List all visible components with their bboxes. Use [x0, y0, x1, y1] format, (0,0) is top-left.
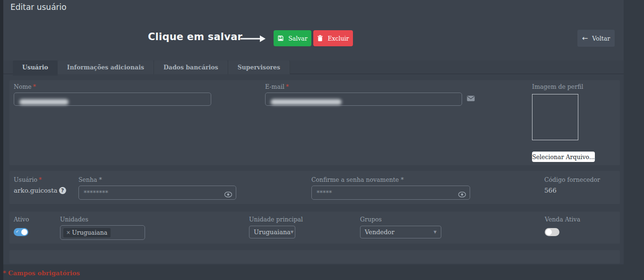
field-nome: Nome*	[14, 83, 211, 106]
tab-usuario[interactable]: Usuário	[13, 60, 58, 76]
usuario-value: arko.guicosta ?	[14, 187, 66, 194]
field-confirma-senha: Confirme a senha novamente *	[311, 176, 470, 200]
form-row-empty	[9, 250, 620, 263]
email-label: E-mail*	[265, 83, 462, 90]
unidades-tag-input[interactable]: × Uruguaiana	[60, 225, 145, 240]
back-arrow-icon: ←	[582, 35, 588, 42]
profile-image-preview	[532, 94, 578, 140]
senha-input[interactable]	[78, 186, 236, 200]
nome-input[interactable]	[14, 93, 211, 106]
usuario-label: Usuário*	[14, 176, 66, 183]
confirma-senha-input[interactable]	[311, 186, 470, 200]
envelope-icon	[467, 95, 475, 102]
required-fields-note: * Campos obrigatórios	[3, 270, 80, 277]
annotation-click-save: Clique em salvar	[148, 31, 242, 42]
tab-content-card: Nome* E-mail*	[3, 74, 624, 264]
email-redacted-value	[271, 99, 342, 105]
remove-tag-icon[interactable]: ×	[66, 229, 70, 236]
senha-label: Senha *	[78, 176, 236, 183]
form-row-settings: Ativo ✓ Unidades × Uruguaiana	[9, 212, 620, 244]
unidade-tag-label: Uruguaiana	[72, 229, 107, 236]
eye-icon[interactable]	[458, 192, 466, 197]
required-asterisk: *	[39, 176, 42, 183]
unidade-tag: × Uruguaiana	[63, 228, 111, 238]
grupos-select[interactable]: Vendedor ▼	[360, 226, 441, 238]
unidade-principal-label: Unidade principal	[249, 216, 303, 223]
nome-redacted-value	[19, 99, 69, 105]
chevron-down-icon: ▼	[434, 230, 437, 234]
venda-ativa-label: Venda Ativa	[545, 216, 580, 223]
delete-button-label: Excluir	[327, 35, 349, 42]
required-asterisk: *	[33, 83, 36, 90]
field-profile-image: Imagem de perfil Selecionar Arquivo...	[532, 83, 608, 162]
save-button[interactable]: Salvar	[274, 30, 311, 46]
ativo-label: Ativo	[14, 216, 29, 223]
help-icon[interactable]: ?	[59, 187, 66, 194]
field-venda-ativa: Venda Ativa	[545, 216, 580, 236]
field-ativo: Ativo ✓	[14, 216, 29, 236]
grupos-value: Vendedor	[365, 229, 395, 236]
field-senha: Senha *	[78, 176, 236, 200]
chevron-down-icon: ▼	[291, 230, 293, 234]
trash-icon	[317, 35, 323, 42]
form-row-identity: Nome* E-mail*	[9, 80, 620, 165]
main-panel: Editar usuário Clique em salvar Salvar	[3, 0, 624, 264]
save-button-label: Salvar	[288, 35, 308, 42]
page-title: Editar usuário	[10, 0, 67, 14]
required-asterisk: *	[286, 83, 289, 90]
unidades-label: Unidades	[60, 216, 145, 223]
field-email: E-mail*	[265, 83, 462, 106]
form-row-credentials: Usuário* arko.guicosta ? Senha *	[9, 171, 620, 204]
toggle-knob	[21, 229, 27, 235]
profile-image-label: Imagem de perfil	[532, 83, 608, 90]
tab-dados-bancarios[interactable]: Dados bancários	[154, 60, 228, 74]
edit-user-screen: Editar usuário Clique em salvar Salvar	[0, 0, 644, 280]
annotation-arrow-icon	[240, 34, 266, 43]
unidade-principal-select[interactable]: Uruguaiana ▼	[249, 226, 295, 238]
eye-icon[interactable]	[224, 192, 232, 197]
check-icon: ✓	[16, 229, 19, 234]
tab-informacoes-adicionais[interactable]: Informações adicionais	[58, 60, 154, 74]
codigo-fornecedor-label: Código fornecedor	[544, 176, 600, 183]
tab-bar: Usuário Informações adicionais Dados ban…	[3, 60, 624, 74]
back-button[interactable]: ← Voltar	[577, 30, 615, 47]
toggle-knob	[546, 229, 552, 235]
save-icon	[277, 35, 284, 42]
field-grupos: Grupos Vendedor ▼	[360, 216, 441, 238]
delete-button[interactable]: Excluir	[313, 30, 353, 46]
unidade-principal-value: Uruguaiana	[254, 229, 291, 236]
codigo-fornecedor-value: 566	[544, 187, 600, 194]
ativo-toggle[interactable]: ✓	[14, 228, 28, 236]
back-button-label: Voltar	[592, 35, 610, 42]
venda-ativa-toggle[interactable]	[545, 228, 559, 236]
field-unidade-principal: Unidade principal Uruguaiana ▼	[249, 216, 303, 238]
left-edge-strip	[0, 0, 3, 280]
field-usuario: Usuário* arko.guicosta ?	[14, 176, 66, 194]
confirma-senha-label: Confirme a senha novamente *	[311, 176, 470, 183]
field-codigo-fornecedor: Código fornecedor 566	[544, 176, 600, 194]
nome-label: Nome*	[14, 83, 211, 90]
grupos-label: Grupos	[360, 216, 441, 223]
field-unidades: Unidades × Uruguaiana	[60, 216, 145, 240]
email-input[interactable]	[265, 93, 462, 106]
tab-supervisores[interactable]: Supervisores	[228, 60, 290, 74]
select-file-button[interactable]: Selecionar Arquivo...	[532, 152, 595, 162]
